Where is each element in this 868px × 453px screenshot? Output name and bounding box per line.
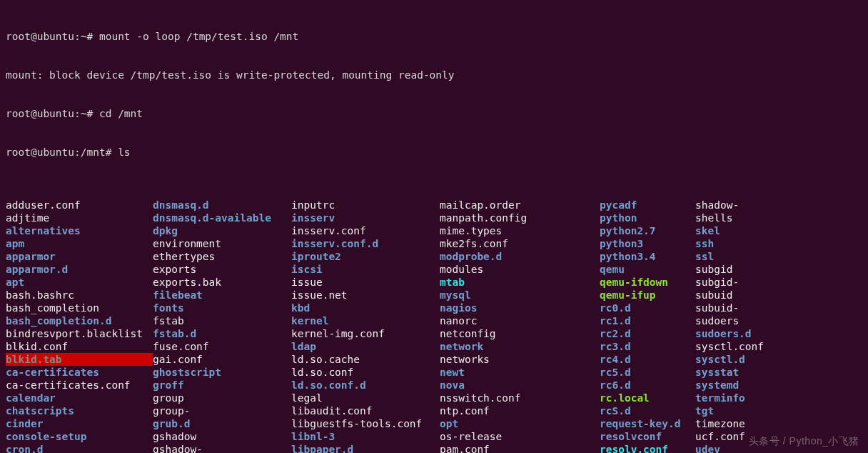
ls-entry: adjtime	[6, 211, 153, 224]
ls-entry: skel	[695, 224, 795, 237]
ls-entry: timezone	[695, 417, 795, 430]
command: mount -o loop /tmp/test.iso /mnt	[99, 31, 298, 42]
ls-entry: group-	[153, 404, 291, 417]
ls-entry: kernel-img.conf	[291, 327, 440, 340]
ls-entry: iproute2	[291, 250, 440, 263]
ls-entry: gai.conf	[153, 353, 291, 366]
ls-entry: insserv.conf.d	[291, 237, 440, 250]
ls-entry: cron.d	[6, 443, 153, 453]
ls-entry: nsswitch.conf	[440, 392, 600, 404]
ls-entry: ca-certificates.conf	[6, 379, 153, 392]
ls-entry: issue	[291, 276, 440, 289]
ls-entry: insserv	[291, 211, 440, 224]
ls-entry: ldap	[291, 340, 440, 353]
ls-entry: insserv.conf	[291, 224, 440, 237]
ls-entry: inputrc	[291, 199, 440, 211]
ls-col-3: mailcap.ordermanpath.configmime.typesmke…	[440, 199, 600, 453]
ls-entry: nanorc	[440, 314, 600, 327]
ls-entry: ssh	[695, 237, 795, 250]
ls-entry: sysctl.conf	[695, 340, 795, 353]
ls-entry: sysctl.d	[695, 353, 795, 366]
ls-entry: subuid	[695, 289, 795, 302]
ls-entry: rc.local	[600, 392, 695, 404]
ls-entry: request-key.d	[600, 417, 695, 430]
ls-entry: libpaper.d	[291, 443, 440, 453]
ls-entry: resolv.conf	[600, 443, 695, 453]
ls-entry: rc0.d	[600, 302, 695, 314]
ls-entry: subgid-	[695, 276, 795, 289]
ls-entry: os-release	[440, 430, 600, 443]
ls-entry: libnl-3	[291, 430, 440, 443]
ls-entry: mime.types	[440, 224, 600, 237]
ls-entry: ld.so.conf	[291, 366, 440, 379]
ls-entry: rc1.d	[600, 314, 695, 327]
ls-entry: qemu	[600, 263, 695, 276]
ls-entry: nova	[440, 379, 600, 392]
ls-entry: apt	[6, 276, 153, 289]
ls-entry: ghostscript	[153, 366, 291, 379]
ls-entry: python3	[600, 237, 695, 250]
ls-entry: subgid	[695, 263, 795, 276]
ls-entry: mysql	[440, 289, 600, 302]
ls-entry: ld.so.cache	[291, 353, 440, 366]
ls-entry: systemd	[695, 379, 795, 392]
command: ls	[118, 146, 130, 158]
terminal[interactable]: root@ubuntu:~# mount -o loop /tmp/test.i…	[0, 0, 868, 453]
ls-entry: rc4.d	[600, 353, 695, 366]
ls-col-0: adduser.confadjtimealternativesapmapparm…	[6, 199, 153, 453]
ls-col-1: dnsmasq.ddnsmasq.d-availabledpkgenvironm…	[153, 199, 291, 453]
ls-entry: tgt	[695, 404, 795, 417]
ls-entry: chatscripts	[6, 404, 153, 417]
ls-entry: dpkg	[153, 224, 291, 237]
ls-entry: fstab.d	[153, 327, 291, 340]
ls-entry: kbd	[291, 302, 440, 314]
ls-entry: environment	[153, 237, 291, 250]
ls-entry: shells	[695, 211, 795, 224]
ls-entry: shadow-	[695, 199, 795, 211]
command: cd /mnt	[99, 108, 143, 119]
ls-entry: ld.so.conf.d	[291, 379, 440, 392]
ls-entry: mailcap.order	[440, 199, 600, 211]
ls-entry: dnsmasq.d-available	[153, 211, 291, 224]
ls-entry: apparmor	[6, 250, 153, 263]
ls-entry: pam.conf	[440, 443, 600, 453]
cmd-line-2: root@ubuntu:~# cd /mnt	[6, 107, 862, 120]
ls-entry: iscsi	[291, 263, 440, 276]
ls-entry: libguestfs-tools.conf	[291, 417, 440, 430]
ls-entry: udev	[695, 443, 795, 453]
ls-entry: ntp.conf	[440, 404, 600, 417]
ls-entry: terminfo	[695, 392, 795, 404]
ls-entry: ca-certificates	[6, 366, 153, 379]
ls-entry: ssl	[695, 250, 795, 263]
prompt: root@ubuntu:~#	[6, 108, 99, 119]
ls-entry: alternatives	[6, 224, 153, 237]
ls-entry: manpath.config	[440, 211, 600, 224]
ls-col-2: inputrcinsservinsserv.confinsserv.conf.d…	[291, 199, 440, 453]
ls-entry: dnsmasq.d	[153, 199, 291, 211]
prompt: root@ubuntu:/mnt#	[6, 146, 118, 158]
ls-entry: modules	[440, 263, 600, 276]
output-line: mount: block device /tmp/test.iso is wri…	[6, 69, 862, 81]
ls-entry: network	[440, 340, 600, 353]
ls-entry: resolvconf	[600, 430, 695, 443]
ls-entry: qemu-ifup	[600, 289, 695, 302]
ls-entry: bash.bashrc	[6, 289, 153, 302]
ls-entry: bash_completion.d	[6, 314, 153, 327]
ls-entry: sudoers	[695, 314, 795, 327]
ls-entry: rcS.d	[600, 404, 695, 417]
ls-entry: subuid-	[695, 302, 795, 314]
ls-col-4: pycadfpythonpython2.7python3python3.4qem…	[600, 199, 695, 453]
ls-entry: python2.7	[600, 224, 695, 237]
ls-col-5: shadow-shellsskelsshsslsubgidsubgid-subu…	[695, 199, 795, 453]
ls-entry: mtab	[440, 276, 600, 289]
ls-entry: fstab	[153, 314, 291, 327]
ls-entry: rc2.d	[600, 327, 695, 340]
ls-entry: pycadf	[600, 199, 695, 211]
ls-entry: networks	[440, 353, 600, 366]
ls-entry: gshadow	[153, 430, 291, 443]
ls-entry: blkid.tab	[6, 353, 153, 366]
cmd-line-3: root@ubuntu:/mnt# ls	[6, 146, 862, 159]
ls-entry: group	[153, 392, 291, 404]
ls-entry: fuse.conf	[153, 340, 291, 353]
ls-entry: sudoers.d	[695, 327, 795, 340]
